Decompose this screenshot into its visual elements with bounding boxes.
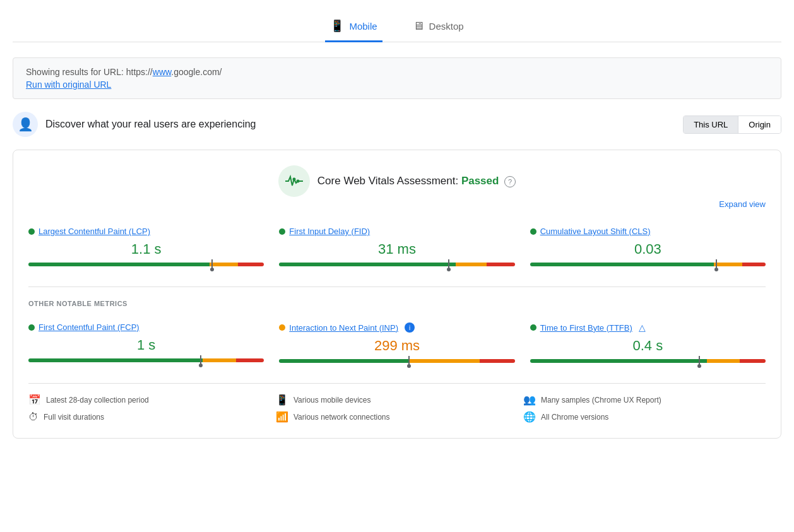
footer-collection-period: 📅 Latest 28-day collection period bbox=[28, 394, 271, 406]
run-original-url-link[interactable]: Run with original URL bbox=[26, 80, 768, 90]
footer-collection-text: Latest 28-day collection period bbox=[46, 396, 149, 405]
inp-value: 299 ms bbox=[279, 338, 514, 354]
footer-chrome-versions: 🌐 All Chrome versions bbox=[523, 411, 766, 423]
url-banner: Showing results for URL: https://www.goo… bbox=[13, 57, 781, 99]
svg-point-1 bbox=[292, 178, 295, 181]
fid-bar-red bbox=[487, 263, 515, 266]
lcp-bar-red bbox=[238, 263, 264, 266]
discover-left: 👤 Discover what your real users are expe… bbox=[13, 112, 256, 137]
cwv-section: Core Web Vitals Assessment: Passed ? Exp… bbox=[13, 150, 781, 439]
footer-visit-text: Full visit durations bbox=[44, 413, 104, 422]
fid-bar-yellow bbox=[456, 263, 487, 266]
lcp-marker bbox=[211, 259, 213, 269]
footer-samples: 👥 Many samples (Chrome UX Report) bbox=[523, 394, 766, 406]
tab-bar: 📱 Mobile 🖥 Desktop bbox=[13, 13, 781, 42]
url-www-link[interactable]: www bbox=[153, 67, 172, 77]
footer-visit-durations: ⏱ Full visit durations bbox=[28, 411, 271, 423]
footer-network-text: Various network connections bbox=[293, 413, 390, 422]
ttfb-value: 0.4 s bbox=[530, 338, 766, 354]
fcp-bar-yellow bbox=[203, 358, 235, 362]
cls-label[interactable]: Cumulative Layout Shift (CLS) bbox=[540, 227, 651, 236]
fcp-dot bbox=[28, 324, 35, 331]
cls-value: 0.03 bbox=[530, 241, 766, 257]
tab-desktop[interactable]: 🖥 Desktop bbox=[408, 13, 469, 42]
inp-bar-green bbox=[279, 359, 408, 363]
people-icon: 👥 bbox=[523, 394, 536, 406]
footer-chrome-text: All Chrome versions bbox=[541, 413, 608, 422]
svg-point-0 bbox=[296, 180, 299, 183]
cwv-assessment-text: Core Web Vitals Assessment: Passed ? bbox=[317, 175, 516, 187]
cwv-header: Core Web Vitals Assessment: Passed ? Exp… bbox=[28, 165, 766, 209]
footer-info: 📅 Latest 28-day collection period 📱 Vari… bbox=[28, 383, 766, 423]
origin-button[interactable]: Origin bbox=[738, 116, 781, 133]
main-metrics-grid: Largest Contentful Paint (LCP) 1.1 s Fir… bbox=[28, 222, 766, 271]
section-divider bbox=[28, 287, 766, 287]
inp-dot bbox=[279, 324, 285, 331]
other-metrics-grid: First Contentful Paint (FCP) 1 s Interac… bbox=[28, 317, 766, 368]
footer-network: 📶 Various network connections bbox=[276, 411, 518, 423]
mobile-devices-icon: 📱 bbox=[276, 394, 288, 406]
discover-header: 👤 Discover what your real users are expe… bbox=[13, 112, 781, 137]
inp-bar-red bbox=[480, 359, 515, 363]
mobile-icon: 📱 bbox=[330, 19, 344, 33]
fcp-label[interactable]: First Contentful Paint (FCP) bbox=[39, 322, 139, 332]
discover-icon: 👤 bbox=[13, 112, 38, 137]
chrome-ux-report-link[interactable]: (Chrome UX Report) bbox=[592, 396, 661, 405]
footer-mobile-text: Various mobile devices bbox=[293, 396, 371, 405]
this-url-button[interactable]: This URL bbox=[684, 116, 738, 133]
desktop-icon: 🖥 bbox=[413, 20, 424, 33]
expand-view-link[interactable]: Expand view bbox=[719, 199, 766, 209]
ttfb-bar-red bbox=[740, 359, 766, 363]
footer-mobile-devices: 📱 Various mobile devices bbox=[276, 394, 518, 406]
showing-text: Showing results for URL: https://www.goo… bbox=[26, 67, 222, 77]
metric-fcp: First Contentful Paint (FCP) 1 s bbox=[28, 317, 264, 368]
tab-mobile-label: Mobile bbox=[349, 21, 377, 32]
inp-bar bbox=[279, 359, 514, 363]
inp-info-icon[interactable]: i bbox=[405, 322, 415, 333]
fid-label[interactable]: First Input Delay (FID) bbox=[289, 227, 370, 236]
lcp-value: 1.1 s bbox=[28, 241, 264, 257]
fid-dot bbox=[279, 228, 285, 235]
fcp-bar-green bbox=[28, 358, 203, 362]
lcp-bar-green bbox=[28, 263, 210, 266]
metric-fid: First Input Delay (FID) 31 ms bbox=[279, 222, 514, 271]
cls-marker bbox=[716, 259, 717, 269]
fcp-bar bbox=[28, 358, 264, 362]
cls-bar-red bbox=[742, 263, 766, 266]
cwv-pulse-icon bbox=[278, 165, 310, 197]
fcp-value: 1 s bbox=[28, 337, 264, 353]
cls-bar bbox=[530, 263, 766, 266]
fid-bar bbox=[279, 263, 514, 266]
tab-mobile[interactable]: 📱 Mobile bbox=[325, 13, 382, 42]
fcp-bar-red bbox=[236, 358, 264, 362]
lcp-label[interactable]: Largest Contentful Paint (LCP) bbox=[39, 227, 150, 236]
cwv-help-icon[interactable]: ? bbox=[504, 176, 516, 187]
tab-desktop-label: Desktop bbox=[429, 21, 464, 32]
ttfb-bar bbox=[530, 359, 766, 363]
metric-cls: Cumulative Layout Shift (CLS) 0.03 bbox=[530, 222, 766, 271]
lcp-bar-yellow bbox=[210, 263, 238, 266]
ttfb-label[interactable]: Time to First Byte (TTFB) bbox=[540, 323, 632, 333]
cls-bar-green bbox=[530, 263, 714, 266]
fid-marker bbox=[448, 259, 449, 269]
cls-dot bbox=[530, 228, 536, 235]
network-icon: 📶 bbox=[276, 411, 288, 423]
metric-lcp: Largest Contentful Paint (LCP) 1.1 s bbox=[28, 222, 264, 271]
metric-inp: Interaction to Next Paint (INP) i 299 ms bbox=[279, 317, 514, 368]
cwv-title-row: Core Web Vitals Assessment: Passed ? bbox=[278, 165, 516, 197]
ttfb-triangle-icon: △ bbox=[639, 322, 646, 333]
inp-label[interactable]: Interaction to Next Paint (INP) bbox=[289, 323, 398, 333]
cls-bar-yellow bbox=[714, 263, 742, 266]
ttfb-bar-yellow bbox=[707, 359, 740, 363]
footer-samples-text: Many samples (Chrome UX Report) bbox=[541, 396, 661, 405]
timer-icon: ⏱ bbox=[28, 411, 39, 423]
metric-ttfb: Time to First Byte (TTFB) △ 0.4 s bbox=[530, 317, 766, 368]
ttfb-bar-green bbox=[530, 359, 707, 363]
ttfb-dot bbox=[530, 324, 536, 331]
lcp-dot bbox=[28, 228, 35, 235]
url-origin-toggle: This URL Origin bbox=[683, 115, 781, 134]
discover-title: Discover what your real users are experi… bbox=[45, 119, 256, 130]
other-metrics-label: OTHER NOTABLE METRICS bbox=[28, 300, 766, 307]
lcp-bar bbox=[28, 263, 264, 266]
calendar-icon: 📅 bbox=[28, 394, 41, 406]
